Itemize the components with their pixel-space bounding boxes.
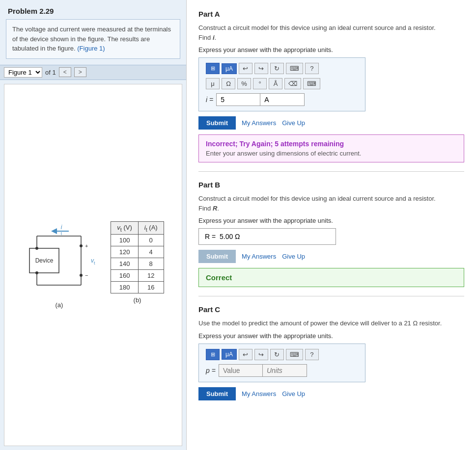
part-a-incorrect-banner: Incorrect; Try Again; 5 attempts remaini… bbox=[198, 134, 464, 162]
part-a-units-input[interactable] bbox=[260, 93, 305, 106]
part-c-express-label: Express your answer with the appropriate… bbox=[198, 332, 464, 340]
mu-symbol-btn-a[interactable]: μ bbox=[206, 78, 220, 89]
diagram-b-label: (b) bbox=[111, 296, 164, 304]
svg-text:i: i bbox=[61, 224, 62, 231]
figure-link[interactable]: (Figure 1) bbox=[77, 45, 105, 52]
svg-point-15 bbox=[35, 247, 38, 250]
refresh-btn-c[interactable]: ↻ bbox=[270, 349, 284, 360]
table-cell-it: 0 bbox=[138, 235, 164, 246]
redo-btn-a[interactable]: ↪ bbox=[254, 63, 268, 74]
circuit-diagram: i t Device bbox=[22, 221, 96, 309]
part-b-section: Part B Construct a circuit model for thi… bbox=[198, 181, 464, 287]
divider-bc bbox=[198, 296, 464, 296]
grid-icon-btn-a[interactable]: ⊞ bbox=[206, 63, 220, 74]
part-a-value-input[interactable] bbox=[216, 93, 260, 106]
omega-btn-a[interactable]: Ω bbox=[222, 78, 235, 89]
right-panel: Part A Construct a circuit model for thi… bbox=[187, 0, 476, 450]
help-btn-a[interactable]: ? bbox=[305, 63, 319, 74]
part-a-section: Part A Construct a circuit model for thi… bbox=[198, 10, 464, 162]
redo-btn-c[interactable]: ↪ bbox=[254, 349, 268, 360]
part-c-units-input[interactable] bbox=[263, 364, 307, 377]
keyboard-btn-c[interactable]: ⌨ bbox=[286, 349, 303, 360]
part-c-action-row: Submit My Answers Give Up bbox=[198, 387, 464, 400]
problem-title: Problem 2.29 bbox=[0, 0, 186, 19]
incorrect-title: Incorrect; Try Again; 5 attempts remaini… bbox=[206, 140, 457, 148]
mu-a-btn-a[interactable]: μA bbox=[222, 63, 237, 74]
part-c-my-answers-btn[interactable]: My Answers bbox=[242, 390, 276, 397]
table-header-it: it (A) bbox=[138, 221, 164, 235]
part-a-input-label: i = bbox=[206, 96, 213, 104]
incorrect-msg: Enter your answer using dimensions of el… bbox=[206, 150, 457, 157]
part-b-submit-btn[interactable]: Submit bbox=[198, 250, 236, 263]
delete-btn-a[interactable]: ⌫ bbox=[284, 78, 301, 89]
keyboard2-btn-a[interactable]: ⌨ bbox=[303, 78, 320, 89]
part-c-submit-btn[interactable]: Submit bbox=[198, 387, 236, 400]
undo-btn-c[interactable]: ↩ bbox=[239, 349, 252, 360]
mu-a-btn-c[interactable]: μA bbox=[222, 349, 237, 360]
part-a-express-label: Express your answer with the appropriate… bbox=[198, 46, 464, 53]
part-b-correct-banner: Correct bbox=[198, 268, 464, 287]
table-row: 18016 bbox=[111, 282, 164, 293]
refresh-btn-a[interactable]: ↻ bbox=[270, 63, 284, 74]
svg-point-16 bbox=[35, 271, 38, 274]
grid-icon-btn-c[interactable]: ⊞ bbox=[206, 349, 220, 360]
table-cell-it: 4 bbox=[138, 246, 164, 258]
figure-nav: Figure 1 of 1 < > bbox=[0, 65, 186, 80]
part-b-input[interactable] bbox=[198, 228, 336, 245]
figure-next-btn[interactable]: > bbox=[74, 67, 86, 77]
table-cell-vt: 100 bbox=[111, 235, 138, 246]
part-a-toolbar-row2: μ Ω % ° Å ⌫ ⌨ bbox=[206, 78, 358, 89]
part-c-give-up-btn[interactable]: Give Up bbox=[282, 390, 305, 397]
figure-area: Figure 1 of 1 < > bbox=[0, 65, 186, 450]
figure-select[interactable]: Figure 1 bbox=[4, 67, 42, 78]
table-row: 1204 bbox=[111, 246, 164, 258]
table-row: 16012 bbox=[111, 270, 164, 282]
table-row: 1000 bbox=[111, 235, 164, 246]
part-c-section: Part C Use the model to predict the amou… bbox=[198, 305, 464, 400]
part-a-give-up-btn[interactable]: Give Up bbox=[282, 119, 305, 127]
problem-description: The voltage and current were measured at… bbox=[6, 19, 180, 59]
part-b-action-row: Submit My Answers Give Up bbox=[198, 250, 464, 263]
undo-btn-a[interactable]: ↩ bbox=[239, 63, 252, 74]
table-cell-it: 8 bbox=[138, 258, 164, 270]
part-b-express-label: Express your answer with the appropriate… bbox=[198, 217, 464, 224]
table-cell-vt: 140 bbox=[111, 258, 138, 270]
figure-table: vt (V) it (A) 1000120414081601218016 bbox=[111, 221, 164, 294]
part-a-toolbar-row1: ⊞ μA ↩ ↪ ↻ ⌨ ? bbox=[206, 63, 358, 74]
figure-diagrams: i t Device bbox=[9, 221, 177, 309]
angstrom-btn-a[interactable]: Å bbox=[269, 78, 282, 89]
svg-text:t: t bbox=[94, 261, 95, 265]
part-b-give-up-btn[interactable]: Give Up bbox=[282, 253, 305, 260]
help-btn-c[interactable]: ? bbox=[305, 349, 319, 360]
svg-text:+: + bbox=[85, 243, 88, 249]
part-a-my-answers-btn[interactable]: My Answers bbox=[242, 119, 276, 127]
svg-point-11 bbox=[80, 274, 83, 277]
keyboard-btn-a[interactable]: ⌨ bbox=[286, 63, 303, 74]
table-cell-vt: 180 bbox=[111, 282, 138, 293]
part-a-title: Part A bbox=[198, 10, 464, 18]
part-a-desc1: Construct a circuit model for this devic… bbox=[198, 23, 464, 42]
svg-text:−: − bbox=[85, 272, 88, 278]
part-b-my-answers-btn[interactable]: My Answers bbox=[242, 253, 276, 260]
left-panel: Problem 2.29 The voltage and current wer… bbox=[0, 0, 187, 450]
part-c-desc1: Use the model to predict the amount of p… bbox=[198, 318, 464, 328]
table-cell-it: 16 bbox=[138, 282, 164, 293]
figure-prev-btn[interactable]: < bbox=[59, 67, 71, 77]
part-c-toolbar-row1: ⊞ μA ↩ ↪ ↻ ⌨ ? bbox=[206, 349, 358, 360]
svg-text:t: t bbox=[61, 231, 62, 236]
part-b-desc1: Construct a circuit model for this devic… bbox=[198, 194, 464, 213]
table-diagram: vt (V) it (A) 1000120414081601218016 (b) bbox=[111, 221, 164, 304]
part-a-submit-btn[interactable]: Submit bbox=[198, 116, 236, 130]
part-c-answer-box: ⊞ μA ↩ ↪ ↻ ⌨ ? p = bbox=[198, 344, 365, 382]
part-c-input-row: p = bbox=[206, 364, 358, 377]
table-cell-vt: 160 bbox=[111, 270, 138, 282]
figure-content: i t Device bbox=[4, 84, 182, 447]
table-cell-it: 12 bbox=[138, 270, 164, 282]
part-c-value-input[interactable] bbox=[219, 364, 263, 377]
part-c-input-label: p = bbox=[206, 367, 216, 374]
part-b-title: Part B bbox=[198, 181, 464, 189]
percent-btn-a[interactable]: % bbox=[237, 78, 251, 89]
degree-btn-a[interactable]: ° bbox=[253, 78, 267, 89]
part-a-variable: i bbox=[213, 34, 215, 41]
part-a-answer-box: ⊞ μA ↩ ↪ ↻ ⌨ ? μ Ω % ° Å ⌫ ⌨ i = bbox=[198, 57, 365, 111]
